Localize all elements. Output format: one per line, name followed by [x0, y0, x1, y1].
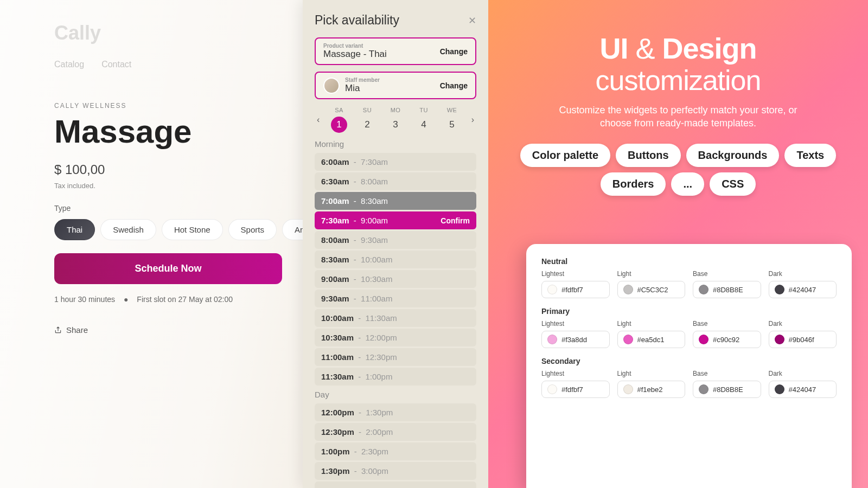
- color-input[interactable]: #9b046f: [769, 331, 837, 348]
- time-slot[interactable]: 2:00pm - 3:30pm: [315, 481, 476, 488]
- color-input[interactable]: #8D8B8E: [693, 281, 761, 298]
- time-slot[interactable]: 6:30am - 8:00am: [315, 172, 476, 190]
- palette-shade-label: Base: [693, 320, 761, 328]
- staff-member-field[interactable]: Staff member Mia Change: [315, 72, 476, 99]
- variant-field-label: Product variant: [323, 43, 387, 49]
- time-slot[interactable]: 10:30am - 12:00pm: [315, 329, 476, 346]
- time-slot[interactable]: 1:30pm - 3:00pm: [315, 462, 476, 480]
- nav-catalog[interactable]: Catalog: [54, 60, 84, 69]
- color-input[interactable]: #ea5dc1: [617, 331, 686, 348]
- feature-pill: Backgrounds: [686, 144, 780, 167]
- share-label: Share: [66, 325, 88, 335]
- staff-avatar: [323, 78, 340, 94]
- color-swatch: [547, 384, 557, 394]
- chip-sports[interactable]: Sports: [228, 219, 277, 240]
- time-slot[interactable]: 6:00am - 7:30am: [315, 153, 476, 171]
- color-swatch: [547, 335, 557, 344]
- color-input[interactable]: #424047: [769, 381, 837, 398]
- color-hex: #8D8B8E: [713, 386, 743, 394]
- product-variant-field[interactable]: Product variant Massage - Thai Change: [315, 37, 476, 65]
- calendar-dow: TU: [419, 107, 428, 113]
- color-input[interactable]: #f1ebe2: [617, 381, 686, 398]
- color-hex: #c90c92: [713, 336, 739, 344]
- promo-subtext: Customize the widgets to perfectly match…: [559, 104, 797, 130]
- palette-shade-label: Dark: [769, 320, 837, 328]
- nav-contact[interactable]: Contact: [101, 60, 131, 69]
- color-hex: #9b046f: [789, 336, 814, 344]
- calendar-date-num: 5: [444, 117, 460, 133]
- promo-panel: UI & Design customization Customize the …: [488, 0, 868, 488]
- color-input[interactable]: #fdfbf7: [541, 281, 610, 298]
- color-swatch: [699, 285, 709, 294]
- calendar-day[interactable]: MO3: [387, 107, 404, 133]
- confirm-button[interactable]: Confirm: [441, 216, 470, 225]
- time-slot[interactable]: 9:30am - 11:00am: [315, 290, 476, 307]
- staff-change-button[interactable]: Change: [440, 81, 468, 90]
- time-slot[interactable]: 9:00am - 10:30am: [315, 270, 476, 288]
- color-hex: #424047: [789, 286, 816, 294]
- palette-shade-label: Light: [617, 270, 686, 278]
- calendar-dow: SU: [363, 107, 372, 113]
- color-input[interactable]: #fdfbf7: [541, 381, 610, 398]
- calendar-dow: SA: [335, 107, 343, 113]
- color-swatch: [775, 285, 784, 294]
- popup-title: Pick availability: [315, 13, 399, 28]
- calendar-day[interactable]: WE5: [444, 107, 460, 133]
- share-icon: [54, 326, 62, 334]
- palette-shade-label: Dark: [769, 370, 837, 377]
- next-dates-button[interactable]: ›: [469, 113, 476, 127]
- color-swatch: [623, 384, 633, 394]
- color-hex: #fdfbf7: [561, 286, 583, 294]
- calendar-date-num: 3: [387, 117, 404, 133]
- color-hex: #f1ebe2: [637, 386, 663, 394]
- calendar-day[interactable]: SU2: [359, 107, 375, 133]
- color-hex: #424047: [789, 386, 816, 394]
- first-slot-text: First slot on 27 May at 02:00: [137, 295, 233, 304]
- time-slot[interactable]: 7:30am - 9:00amConfirm: [315, 211, 476, 229]
- availability-popup: Pick availability ✕ Product variant Mass…: [303, 0, 488, 488]
- color-swatch: [699, 384, 709, 394]
- staff-field-value: Mia: [345, 83, 380, 94]
- close-icon[interactable]: ✕: [468, 15, 476, 27]
- time-slot[interactable]: 8:30am - 10:00am: [315, 251, 476, 268]
- feature-pill: Texts: [784, 144, 836, 167]
- palette-shade-label: Base: [693, 270, 761, 278]
- variant-field-value: Massage - Thai: [323, 49, 387, 60]
- color-input[interactable]: #c90c92: [693, 331, 761, 348]
- time-slot[interactable]: 12:00pm - 1:30pm: [315, 403, 476, 421]
- feature-pill: Buttons: [616, 144, 681, 167]
- variant-change-button[interactable]: Change: [440, 47, 468, 56]
- palette-group-title: Neutral: [541, 257, 837, 266]
- feature-pill: Color palette: [520, 144, 610, 167]
- calendar-dow: MO: [391, 107, 401, 113]
- color-swatch: [699, 335, 709, 344]
- color-input[interactable]: #424047: [769, 281, 837, 298]
- time-slot[interactable]: 11:00am - 12:30pm: [315, 348, 476, 366]
- promo-heading: UI & Design customization: [515, 33, 841, 96]
- color-hex: #fdfbf7: [561, 386, 583, 394]
- calendar-day[interactable]: TU4: [416, 107, 432, 133]
- color-swatch: [623, 285, 633, 294]
- color-swatch: [623, 335, 633, 344]
- chip-thai[interactable]: Thai: [54, 219, 95, 240]
- chip-hot-stone[interactable]: Hot Stone: [162, 219, 223, 240]
- time-slot[interactable]: 12:30pm - 2:00pm: [315, 423, 476, 441]
- prev-dates-button[interactable]: ‹: [315, 113, 322, 127]
- morning-section-label: Morning: [315, 139, 476, 149]
- chip-swedish[interactable]: Swedish: [100, 219, 156, 240]
- schedule-now-button[interactable]: Schedule Now: [54, 253, 282, 284]
- palette-group-title: Primary: [541, 307, 837, 316]
- color-input[interactable]: #8D8B8E: [693, 381, 761, 398]
- day-section-label: Day: [315, 390, 476, 399]
- time-slot[interactable]: 11:30am - 1:00pm: [315, 368, 476, 386]
- feature-pills: Color paletteButtonsBackgroundsTextsBord…: [515, 144, 841, 196]
- time-slot[interactable]: 8:00am - 9:30am: [315, 231, 476, 249]
- duration-text: 1 hour 30 minutes: [54, 295, 115, 304]
- time-slot[interactable]: 7:00am - 8:30am: [315, 192, 476, 210]
- time-slot[interactable]: 1:00pm - 2:30pm: [315, 442, 476, 460]
- time-slot[interactable]: 10:00am - 11:30am: [315, 309, 476, 327]
- calendar-day[interactable]: SA1: [331, 107, 347, 133]
- calendar-date-num: 1: [331, 117, 347, 133]
- color-input[interactable]: #f3a8dd: [541, 331, 610, 348]
- color-input[interactable]: #C5C3C2: [617, 281, 686, 298]
